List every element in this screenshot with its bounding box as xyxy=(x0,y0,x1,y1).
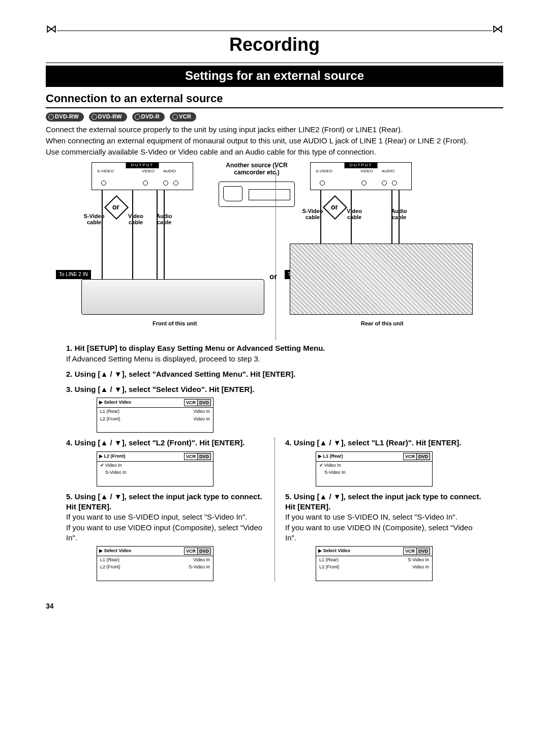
disc-badges: DVD-RW DVD-RW DVD-R VCR xyxy=(46,112,503,122)
intro-p1: Connect the external source properly to … xyxy=(46,125,503,135)
unit-front-icon xyxy=(81,279,264,315)
ornament-left-icon: ⋈ xyxy=(46,23,57,35)
left-step4: 4. Using [▲ / ▼], select "L2 (Front)". H… xyxy=(66,438,264,448)
right-step4: 4. Using [▲ / ▼], select "L1 (Rear)". Hi… xyxy=(285,438,483,448)
right-step5-p1: If you want to use S-VIDEO IN, select "S… xyxy=(285,512,483,522)
left-step5-p2: If you want to use VIDEO input (Composit… xyxy=(66,523,264,543)
intro-text: Connect the external source properly to … xyxy=(46,125,503,158)
badge-dvd-r: DVD-R xyxy=(132,112,165,122)
unit-rear-icon xyxy=(290,244,473,315)
osd-l2-front: ▶ L2 (Front) VCRDVD Video In S-Video In xyxy=(97,451,214,487)
osd-left-final: ▶ Select Video VCRDVD L1 (Rear)Video In … xyxy=(97,546,214,581)
camcorder-icon xyxy=(219,182,295,207)
output-label: OUTPUT xyxy=(126,163,159,168)
steps-list: 1. Hit [SETUP] to display Easy Setting M… xyxy=(66,343,483,433)
left-step5-p1: If you want to use S-VIDEO input, select… xyxy=(66,512,264,522)
connection-diagram: OUTPUT S-VIDEO VIDEO AUDIO OUTPUT S-VIDE… xyxy=(76,162,473,340)
output-panel-left: OUTPUT S-VIDEO VIDEO AUDIO xyxy=(92,162,193,190)
subtitle-bar: Settings for an external source xyxy=(46,66,503,87)
source-label: Another source (VCR camcorder etc.) xyxy=(219,162,295,177)
badge-vcr: VCR xyxy=(170,112,196,122)
step-2: 2. Using [▲ / ▼], select "Advanced Setti… xyxy=(66,369,483,379)
osd-right-final: ▶ Select Video VCRDVD L1 (Rear)S-Video I… xyxy=(316,546,433,581)
rear-caption: Rear of this unit xyxy=(361,320,404,327)
intro-p2: When connecting an external equipment of… xyxy=(46,136,503,146)
ornament-right-icon: ⋈ xyxy=(492,23,503,35)
two-columns: 4. Using [▲ / ▼], select "L2 (Front)". H… xyxy=(66,438,483,581)
step-1: 1. Hit [SETUP] to display Easy Setting M… xyxy=(66,343,483,364)
right-step5-p2: If you want to use VIDEO IN (Composite),… xyxy=(285,523,483,543)
osd-l1-rear: ▶ L1 (Rear) VCRDVD Video In S-Video In xyxy=(316,451,433,487)
right-step5: 5. Using [▲ / ▼], select the input jack … xyxy=(285,492,483,512)
left-column: 4. Using [▲ / ▼], select "L2 (Front)". H… xyxy=(66,438,274,581)
svideo-cable-label: S-Video cable xyxy=(81,213,107,225)
output-panel-right: OUTPUT S-VIDEO VIDEO AUDIO xyxy=(310,162,412,190)
section-heading: Connection to an external source xyxy=(46,91,503,108)
front-caption: Front of this unit xyxy=(152,320,197,327)
page-header: ⋈ ⋈ Recording xyxy=(46,31,503,63)
osd-select-video: ▶ Select Video VCRDVD L1 (Rear)Video In … xyxy=(97,398,214,433)
page-title: Recording xyxy=(46,31,503,63)
page-number: 34 xyxy=(46,601,503,611)
line2-tag: To LINE 2 IN xyxy=(56,270,91,279)
vertical-divider xyxy=(276,162,276,340)
right-column: 4. Using [▲ / ▼], select "L1 (Rear)". Hi… xyxy=(274,438,483,581)
step-3: 3. Using [▲ / ▼], select "Select Video".… xyxy=(66,384,483,433)
video-cable-label: Video cable xyxy=(123,213,148,225)
intro-p3: Use commercially available S-Video or Vi… xyxy=(46,147,503,157)
badge-dvd-rw-video: DVD-RW xyxy=(46,112,84,122)
badge-dvd-rw-vr: DVD-RW xyxy=(89,112,127,122)
left-step5: 5. Using [▲ / ▼], select the input jack … xyxy=(66,492,264,512)
